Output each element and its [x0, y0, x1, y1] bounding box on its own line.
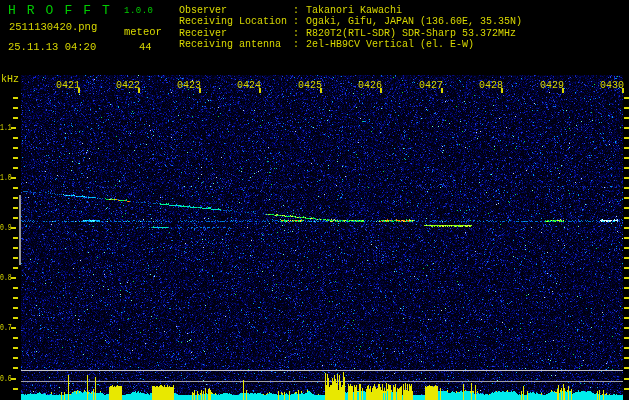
info-row: Receiving Location:Ogaki, Gifu, JAPAN (1…	[179, 16, 522, 27]
hrofft-screenshot: H R O F F T 1.0.0 2511130420.png meteor …	[0, 0, 629, 400]
info-separator: :	[293, 16, 306, 27]
app-title: H R O F F T	[8, 3, 111, 18]
info-value: Ogaki, Gifu, JAPAN (136.60E, 35.35N)	[306, 16, 522, 27]
spectrogram-canvas	[0, 0, 629, 400]
datetime-label: 25.11.13 04:20	[8, 41, 96, 53]
freq-axis-unit: kHz	[1, 74, 19, 85]
info-separator: :	[293, 5, 306, 16]
info-row: Observer:Takanori Kawachi	[179, 5, 522, 16]
info-label: Receiving antenna	[179, 39, 293, 50]
info-separator: :	[293, 39, 306, 50]
info-separator: :	[293, 28, 306, 39]
info-label: Observer	[179, 5, 293, 16]
info-value: R820T2(RTL-SDR) SDR-Sharp 53.372MHz	[306, 28, 516, 39]
echo-count: 44	[139, 41, 152, 53]
info-label: Receiving Location	[179, 16, 293, 27]
info-value: Takanori Kawachi	[306, 5, 402, 16]
info-label: Receiver	[179, 28, 293, 39]
mode-label: meteor	[124, 26, 162, 38]
output-filename: 2511130420.png	[9, 21, 97, 33]
info-row: Receiving antenna:2el-HB9CV Vertical (el…	[179, 39, 522, 50]
info-value: 2el-HB9CV Vertical (el. E-W)	[306, 39, 474, 50]
station-info: Observer:Takanori KawachiReceiving Locat…	[179, 5, 522, 50]
app-version: 1.0.0	[124, 6, 154, 16]
info-row: Receiver:R820T2(RTL-SDR) SDR-Sharp 53.37…	[179, 28, 522, 39]
